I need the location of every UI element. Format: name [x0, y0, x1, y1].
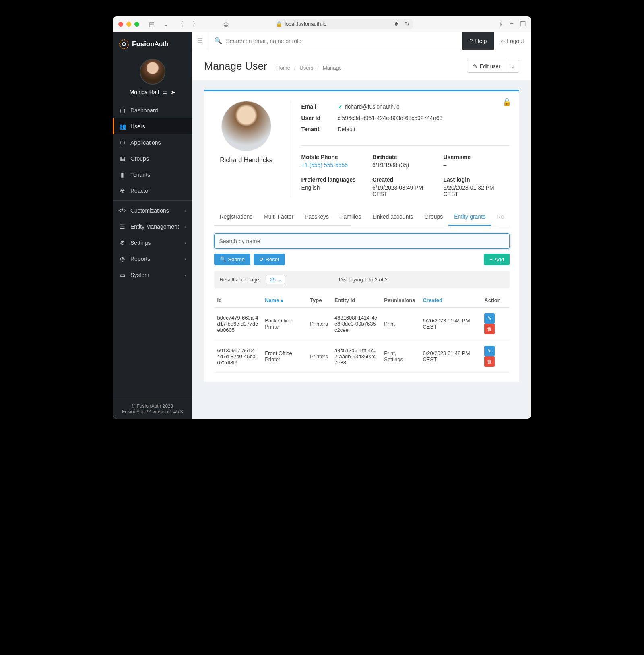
sidebar-nav: ▢Dashboard 👥Users ⬚Applications ▦Groups … — [113, 102, 192, 399]
page-header: Manage User Home/ Users/ Manage ✎Edit us… — [192, 50, 532, 80]
translate-icon[interactable]: 🗣 — [394, 21, 402, 27]
label-birthdate: Birthdate — [372, 154, 439, 160]
sidebar-item-settings[interactable]: ⚙Settings — [113, 235, 192, 251]
groups-icon: ▦ — [119, 155, 126, 162]
th-entity-id[interactable]: Entity Id — [331, 291, 381, 308]
search-icon: 🔍 — [214, 37, 222, 45]
back-icon[interactable]: 〈 — [175, 20, 186, 28]
sidebar-item-reports[interactable]: ◔Reports — [113, 251, 192, 267]
sidebar-item-users[interactable]: 👥Users — [113, 118, 192, 134]
sidebar-footer: © FusionAuth 2023 FusionAuth™ version 1.… — [113, 399, 192, 419]
chevron-down-icon: ⌄ — [510, 63, 515, 69]
sidebar-item-system[interactable]: ▭System — [113, 267, 192, 283]
breadcrumb-home[interactable]: Home — [276, 65, 290, 71]
grants-table: Id Name ▴ Type Entity Id Permissions Cre… — [214, 291, 510, 373]
delete-row-button[interactable]: 🗑 — [484, 324, 495, 334]
logout-button[interactable]: ⎋Logout — [494, 32, 531, 50]
share-icon[interactable]: ⇪ — [498, 20, 504, 28]
cell-permissions: Print — [381, 308, 419, 340]
label-created: Created — [372, 176, 439, 183]
topbar: ☰ 🔍 ?Help ⎋Logout — [192, 32, 532, 50]
table-row: 60130957-a612-4d7d-82b0-45ba072df8f9 Fro… — [214, 340, 510, 373]
label-tenant: Tenant — [301, 126, 338, 132]
user-tenant: Default — [338, 126, 355, 132]
cell-type: Printers — [307, 308, 331, 340]
tab-families[interactable]: Families — [334, 209, 367, 226]
reload-icon[interactable]: ↻ — [405, 21, 413, 27]
user-username: – — [444, 162, 510, 168]
tab-multifactor[interactable]: Multi-Factor — [258, 209, 299, 226]
tab-groups[interactable]: Groups — [419, 209, 448, 226]
user-birthdate: 6/19/1988 (35) — [372, 162, 439, 168]
reset-button[interactable]: ↺Reset — [254, 254, 285, 265]
rpp-select[interactable]: 25 — [266, 275, 285, 284]
label-userid: User Id — [301, 115, 338, 121]
unlock-icon[interactable]: 🔓 — [502, 98, 511, 107]
tab-registrations[interactable]: Registrations — [214, 209, 258, 226]
cell-type: Printers — [307, 340, 331, 373]
label-mobile: Mobile Phone — [301, 154, 368, 160]
current-user-profile: Monica Hall ▭ ➤ — [113, 56, 192, 102]
sidebar-item-groups[interactable]: ▦Groups — [113, 151, 192, 167]
url-bar[interactable]: 🔒 local.fusionauth.io 🗣 ↻ — [276, 19, 413, 29]
th-created[interactable]: Created — [419, 291, 481, 308]
tab-passkeys[interactable]: Passkeys — [299, 209, 334, 226]
tab-entity-grants[interactable]: Entity grants — [448, 209, 491, 226]
minimize-window-icon[interactable] — [126, 22, 131, 27]
sidebar-item-tenants[interactable]: ▮Tenants — [113, 167, 192, 183]
page-title: Manage User — [204, 60, 267, 72]
th-permissions[interactable]: Permissions — [381, 291, 419, 308]
th-id[interactable]: Id — [214, 291, 262, 308]
sidebar-item-reactor[interactable]: ☢Reactor — [113, 183, 192, 199]
user-email: richard@fusionauth.io — [345, 103, 400, 110]
edit-row-button[interactable]: ✎ — [484, 346, 495, 356]
add-button[interactable]: +Add — [484, 254, 510, 265]
sidebar-item-entity-management[interactable]: ☰Entity Management — [113, 219, 192, 235]
shield-icon[interactable]: ◒ — [221, 21, 231, 28]
global-search-input[interactable] — [226, 38, 457, 44]
users-icon: 👥 — [119, 123, 126, 130]
user-languages: English — [301, 184, 368, 191]
edit-row-button[interactable]: ✎ — [484, 313, 495, 324]
user-mobile[interactable]: +1 (555) 555-5555 — [301, 162, 368, 168]
help-button[interactable]: ?Help — [462, 32, 494, 50]
sidebar-item-applications[interactable]: ⬚Applications — [113, 134, 192, 151]
tab-linked-accounts[interactable]: Linked accounts — [367, 209, 419, 226]
forward-icon[interactable]: 〉 — [190, 20, 201, 28]
tab-more[interactable]: Re — [491, 209, 510, 226]
location-icon[interactable]: ➤ — [171, 89, 175, 95]
sidebar-item-customizations[interactable]: </>Customizations — [113, 202, 192, 219]
main-area: ☰ 🔍 ?Help ⎋Logout Manage User Home/ User… — [192, 32, 532, 419]
traffic-lights — [118, 22, 139, 27]
grants-search-input[interactable] — [214, 233, 510, 249]
user-display-name: Richard Hendricks — [214, 157, 279, 164]
edit-user-dropdown[interactable]: ⌄ — [506, 60, 519, 73]
cell-created: 6/20/2023 01:49 PM CEST — [419, 308, 481, 340]
id-card-icon[interactable]: ▭ — [162, 89, 167, 95]
label-username: Username — [444, 154, 510, 160]
version-text: FusionAuth™ version 1.45.3 — [113, 409, 192, 415]
chevron-down-icon[interactable]: ⌄ — [161, 21, 171, 28]
logout-icon: ⎋ — [501, 38, 504, 44]
collapse-sidebar-button[interactable]: ☰ — [192, 32, 208, 50]
code-icon: </> — [119, 207, 126, 214]
label-email: Email — [301, 103, 338, 110]
delete-row-button[interactable]: 🗑 — [484, 356, 495, 367]
th-type[interactable]: Type — [307, 291, 331, 308]
th-name[interactable]: Name ▴ — [262, 291, 307, 308]
tabs-icon[interactable]: ❐ — [520, 20, 526, 28]
edit-user-button[interactable]: ✎Edit user — [467, 60, 506, 73]
sidebar-toggle-icon[interactable]: ▤ — [147, 21, 157, 28]
new-tab-icon[interactable]: + — [510, 20, 514, 28]
dashboard-icon: ▢ — [119, 107, 126, 114]
monitor-icon: ▭ — [119, 272, 126, 278]
search-button[interactable]: 🔍Search — [214, 254, 250, 265]
logo-mark-icon — [119, 39, 129, 49]
plus-icon: + — [489, 256, 493, 262]
current-user-avatar[interactable] — [140, 59, 165, 85]
sidebar-item-dashboard[interactable]: ▢Dashboard — [113, 102, 192, 118]
cell-name: Back Office Printer — [262, 308, 307, 340]
close-window-icon[interactable] — [118, 22, 123, 27]
maximize-window-icon[interactable] — [134, 22, 139, 27]
breadcrumb-users[interactable]: Users — [299, 65, 313, 71]
